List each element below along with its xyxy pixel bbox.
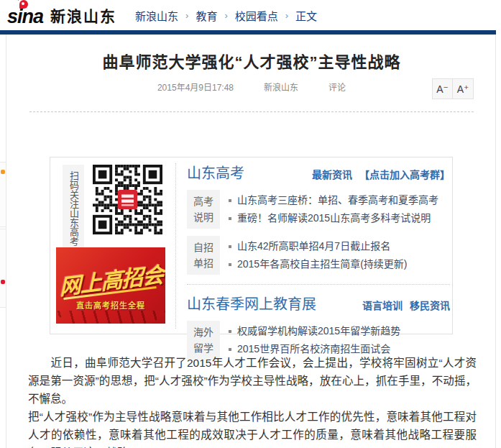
breadcrumb-separator: ›	[224, 10, 227, 21]
site-brand: 新浪山东	[50, 4, 116, 26]
publish-date: 2015年4月9日17:48	[157, 81, 234, 93]
news-link[interactable]: 重磅！名师解读2015山东高考多科考试说明	[229, 209, 438, 227]
news-link-label: 重磅！名师解读2015山东高考多科考试说明	[237, 209, 431, 227]
bullet-icon	[229, 263, 231, 266]
breadcrumb-home[interactable]: 新浪山东	[135, 8, 178, 23]
sina-eye-icon	[19, 0, 28, 9]
sina-logo[interactable]: sina 新浪山东	[7, 3, 116, 28]
breadcrumb-current[interactable]: 正文	[295, 8, 317, 23]
gaokao-promo-box: 扫码关注山东高考 网上高招会 直击高考招生全程 山东高考 最新资讯 【点击加入高…	[50, 157, 453, 334]
news-link-label: 2015年各高校自主招生简章(持续更新)	[237, 255, 407, 273]
qr-code-image	[93, 165, 162, 234]
page-title: 曲阜师范大学强化“人才强校”主导性战略	[6, 49, 497, 72]
news-link-label: 山东高考三座桥：单招、春季高考和夏季高考	[237, 191, 438, 209]
news-link[interactable]: 权威留学机构解读2015年留学新趋势	[229, 322, 400, 340]
share-icon	[1, 170, 5, 174]
weibo-icon	[1, 280, 5, 284]
sina-logo-word: sina	[7, 3, 43, 28]
news-link[interactable]: 2015年各高校自主招生简章(持续更新)	[229, 255, 407, 273]
row-items: 权威留学机构解读2015年留学新趋势 2015世界百所名校济南招生面试会	[229, 322, 400, 358]
qr-caption: 扫码关注山东高考	[63, 165, 84, 252]
bullet-icon	[229, 217, 231, 220]
bullet-icon	[229, 245, 231, 248]
row-label: 高考说明	[187, 190, 220, 229]
breadcrumb-separator: ›	[285, 10, 288, 21]
banner-subtitle: 直击高考招生全程	[56, 299, 165, 311]
banner-road-graphic	[56, 311, 165, 324]
gaozhao-banner[interactable]: 网上高招会 直击高考招生全程	[56, 247, 165, 324]
article-page: 曲阜师范大学强化“人才强校”主导性战略 2015年4月9日17:48 新浪山东 …	[6, 35, 496, 448]
news-link-label: 山东42所高职单招4月7日截止报名	[237, 237, 390, 255]
join-group-link[interactable]: 【点击加入高考群】	[359, 169, 450, 180]
section-title-expo[interactable]: 山东春季网上教育展	[187, 293, 316, 314]
article-meta: 2015年4月9日17:48 新浪山东 评论	[6, 81, 497, 93]
breadcrumb-campus[interactable]: 校园看点	[235, 8, 278, 23]
news-link-label: 权威留学机构解读2015年留学新趋势	[237, 322, 400, 340]
section-title-gaokao[interactable]: 山东高考	[187, 162, 244, 183]
banner-title: 网上高招会	[59, 257, 164, 301]
font-larger-button[interactable]: A⁺	[453, 78, 474, 99]
promo-right-pane: 山东高考 最新资讯 【点击加入高考群】 高考说明 山东高考三座桥：单招、春季高考…	[187, 162, 450, 360]
meta-divider	[29, 111, 474, 112]
breadcrumb: 新浪山东 › 教育 › 校园看点 › 正文	[135, 8, 317, 23]
language-training-link[interactable]: 语言培训	[362, 300, 403, 311]
section-links: 语言培训 移民资讯	[358, 298, 450, 312]
comment-link[interactable]: 评论	[328, 81, 346, 93]
info-row-gaokao-shuoming: 高考说明 山东高考三座桥：单招、春季高考和夏季高考 重磅！名师解读2015山东高…	[187, 190, 450, 229]
breadcrumb-education[interactable]: 教育	[196, 8, 217, 23]
font-smaller-button[interactable]: A⁻	[432, 78, 453, 99]
qr-code-icon	[93, 165, 162, 234]
section-divider	[187, 284, 450, 285]
breadcrumb-separator: ›	[185, 10, 188, 21]
bullet-icon	[229, 330, 231, 333]
section-links: 最新资讯 【点击加入高考群】	[308, 167, 450, 181]
paragraph: 把“人才强校”作为主导性战略意味着与其他工作相比人才工作的优先性，意味着其他工程…	[28, 408, 477, 448]
immigration-info-link[interactable]: 移民资讯	[410, 300, 450, 311]
column-divider	[175, 163, 176, 329]
news-link[interactable]: 山东高考三座桥：单招、春季高考和夏季高考	[229, 191, 438, 209]
row-items: 山东42所高职单招4月7日截止报名 2015年各高校自主招生简章(持续更新)	[229, 237, 407, 273]
font-size-controls: A⁻ A⁺	[432, 78, 474, 99]
section-head-gaokao: 山东高考 最新资讯 【点击加入高考群】	[187, 162, 450, 183]
bullet-icon	[229, 199, 231, 202]
article-body: 近日，曲阜师范大学召开了2015年人才工作会议，会上提出，学校将牢固树立“人才资…	[28, 354, 477, 448]
paragraph: 近日，曲阜师范大学召开了2015年人才工作会议，会上提出，学校将牢固树立“人才资…	[28, 354, 477, 408]
article-source: 新浪山东	[264, 81, 298, 93]
news-link[interactable]: 山东42所高职单招4月7日截止报名	[229, 237, 407, 255]
top-header: sina 新浪山东 新浪山东 › 教育 › 校园看点 › 正文	[0, 0, 501, 30]
latest-news-link[interactable]: 最新资讯	[312, 169, 352, 180]
row-label: 自招单招	[187, 236, 220, 275]
bullet-icon	[229, 348, 231, 351]
info-row-zizhao-danzhao: 自招单招 山东42所高职单招4月7日截止报名 2015年各高校自主招生简章(持续…	[187, 236, 450, 275]
section-head-expo: 山东春季网上教育展 语言培训 移民资讯	[187, 293, 450, 314]
row-items: 山东高考三座桥：单招、春季高考和夏季高考 重磅！名师解读2015山东高考多科考试…	[229, 191, 438, 227]
